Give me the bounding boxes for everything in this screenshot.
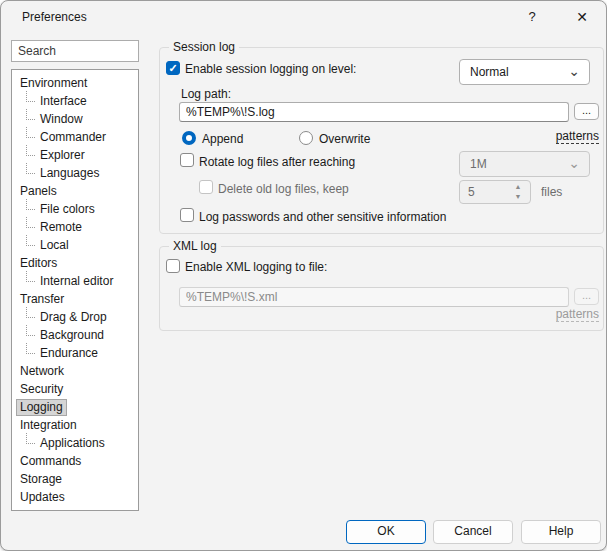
tree-item-drag-drop[interactable]: Drag & Drop	[12, 308, 138, 326]
tree-branch-line	[26, 343, 35, 354]
tree-item-label: Transfer	[16, 291, 68, 308]
xml-log-group-label: XML log	[169, 239, 221, 253]
tree-item-interface[interactable]: Interface	[12, 92, 138, 110]
tree-item-integration[interactable]: Integration	[12, 416, 138, 434]
keep-count-spinner: 5 ▲ ▼	[459, 180, 531, 204]
close-button[interactable]: ✕	[558, 1, 606, 33]
tree-item-environment[interactable]: Environment	[12, 74, 138, 92]
log-path-patterns-link[interactable]: patterns	[556, 129, 599, 144]
enable-xml-logging-label: Enable XML logging to file:	[185, 260, 327, 274]
tree-item-label: Endurance	[36, 345, 102, 362]
tree-item-explorer[interactable]: Explorer	[12, 146, 138, 164]
tree-item-label: Internal editor	[36, 273, 117, 290]
tree-item-commander[interactable]: Commander	[12, 128, 138, 146]
tree-item-endurance[interactable]: Endurance	[12, 344, 138, 362]
tree-item-label: Interface	[36, 93, 91, 110]
append-label: Append	[202, 132, 243, 146]
tree-item-network[interactable]: Network	[12, 362, 138, 380]
logging-level-combobox[interactable]: Normal ⌄	[459, 59, 590, 85]
help-button[interactable]: Help	[521, 520, 601, 544]
tree-branch-line	[26, 145, 35, 156]
tree-item-label: Editors	[16, 255, 61, 272]
xml-patterns-link: patterns	[556, 307, 599, 322]
tree-branch-line	[26, 163, 35, 174]
cancel-button[interactable]: Cancel	[433, 520, 513, 544]
enable-xml-logging-checkbox[interactable]	[166, 259, 180, 273]
tree-item-security[interactable]: Security	[12, 380, 138, 398]
tree-branch-line	[26, 235, 35, 246]
tree-item-background[interactable]: Background	[12, 326, 138, 344]
rotate-log-files-label: Rotate log files after reaching	[199, 155, 355, 169]
tree-item-label: Network	[16, 363, 68, 380]
rotate-size-value: 1M	[470, 157, 487, 171]
tree-item-editors[interactable]: Editors	[12, 254, 138, 272]
tree-item-updates[interactable]: Updates	[12, 488, 138, 506]
tree-branch-line	[26, 433, 35, 444]
tree-item-label: Applications	[36, 435, 109, 452]
xml-path-input	[179, 287, 569, 307]
tree-item-label: Storage	[16, 471, 66, 488]
tree-item-label: Integration	[16, 417, 81, 434]
log-path-label: Log path:	[181, 87, 231, 101]
tree-item-label: Languages	[36, 165, 103, 182]
tree-item-label: Logging	[16, 399, 67, 416]
overwrite-radio[interactable]	[299, 131, 313, 145]
tree-item-commands[interactable]: Commands	[12, 452, 138, 470]
preferences-dialog: Preferences ? ✕ Environment Interface Wi…	[0, 0, 607, 551]
tree-branch-line	[26, 127, 35, 138]
preferences-nav-tree: Environment Interface Window Commander E…	[11, 69, 139, 511]
ellipsis-icon: ...	[582, 289, 591, 301]
spin-up-icon: ▲	[515, 183, 522, 190]
question-icon: ?	[528, 9, 535, 24]
ellipsis-icon: ...	[582, 104, 591, 116]
spin-down-icon: ▼	[515, 193, 522, 200]
tree-item-label: Remote	[36, 219, 86, 236]
rotate-size-combobox: 1M ⌄	[459, 151, 590, 177]
tree-item-label: Panels	[16, 183, 61, 200]
chevron-down-icon: ⌄	[568, 151, 580, 175]
tree-item-label: Updates	[16, 489, 69, 506]
session-log-group-label: Session log	[169, 40, 239, 54]
tree-item-label: Security	[16, 381, 67, 398]
tree-item-label: Environment	[16, 75, 91, 92]
tree-item-label: Background	[36, 327, 108, 344]
keep-count-value: 5	[468, 181, 475, 203]
tree-branch-line	[26, 325, 35, 336]
enable-session-logging-checkbox[interactable]: ✓	[166, 61, 180, 75]
log-passwords-checkbox[interactable]	[180, 208, 194, 222]
log-path-browse-button[interactable]: ...	[574, 103, 599, 120]
tree-item-label: File colors	[36, 201, 99, 218]
log-path-input[interactable]	[179, 102, 569, 122]
search-input[interactable]	[11, 40, 139, 62]
close-icon: ✕	[576, 9, 588, 25]
tree-item-transfer[interactable]: Transfer	[12, 290, 138, 308]
tree-item-storage[interactable]: Storage	[12, 470, 138, 488]
tree-branch-line	[26, 217, 35, 228]
tree-branch-line	[26, 271, 35, 282]
tree-item-local[interactable]: Local	[12, 236, 138, 254]
enable-session-logging-label: Enable session logging on level:	[185, 62, 356, 76]
xml-path-browse-button: ...	[574, 288, 599, 305]
tree-item-internal-editor[interactable]: Internal editor	[12, 272, 138, 290]
tree-item-logging[interactable]: Logging	[12, 398, 138, 416]
files-label: files	[541, 185, 562, 199]
tree-item-window[interactable]: Window	[12, 110, 138, 128]
tree-item-languages[interactable]: Languages	[12, 164, 138, 182]
tree-item-applications[interactable]: Applications	[12, 434, 138, 452]
ok-button[interactable]: OK	[346, 520, 426, 544]
tree-item-remote[interactable]: Remote	[12, 218, 138, 236]
append-radio[interactable]	[182, 131, 196, 145]
tree-item-label: Explorer	[36, 147, 89, 164]
tree-item-label: Commander	[36, 129, 110, 146]
tree-branch-line	[26, 109, 35, 120]
check-icon: ✓	[168, 62, 177, 74]
tree-item-file-colors[interactable]: File colors	[12, 200, 138, 218]
tree-branch-line	[26, 199, 35, 210]
tree-item-label: Window	[36, 111, 87, 128]
titlebar-help-button[interactable]: ?	[510, 1, 554, 33]
tree-item-panels[interactable]: Panels	[12, 182, 138, 200]
tree-item-label: Local	[36, 237, 73, 254]
chevron-down-icon: ⌄	[568, 59, 580, 83]
rotate-log-files-checkbox[interactable]	[180, 153, 194, 167]
log-passwords-label: Log passwords and other sensitive inform…	[199, 210, 446, 224]
